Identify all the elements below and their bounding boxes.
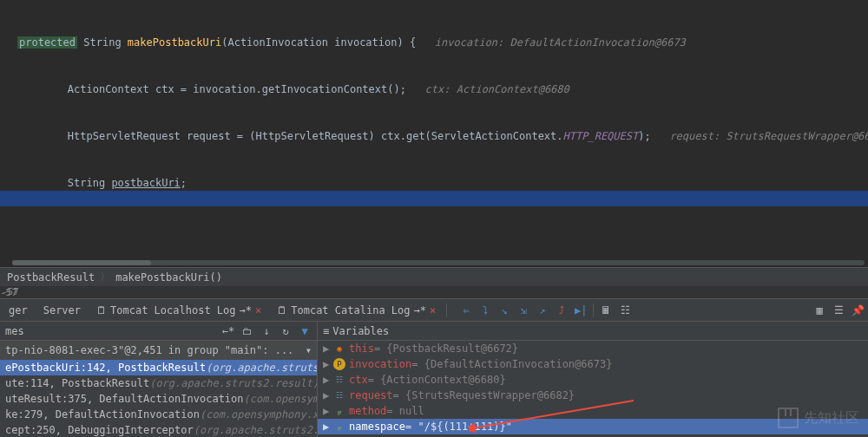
variable-row[interactable]: ▶Pinvocation = {DefaultActionInvocation@… — [318, 356, 868, 372]
settings-icon[interactable]: ☰ — [832, 303, 845, 317]
frames-panel: mes ←* 🗀 ↓ ↻ ▼ tp-nio-8081-exec-3"@2,451… — [0, 322, 318, 437]
pin-icon[interactable]: 📌 — [851, 303, 865, 317]
variables-header: Variables — [332, 325, 389, 337]
tomcat-icon: 🗒 — [277, 304, 287, 316]
step-into-icon[interactable]: ↘ — [497, 303, 511, 317]
frame-lib-icon[interactable]: 🗀 — [240, 324, 254, 338]
breadcrumb-class[interactable]: PostbackResult — [7, 271, 95, 284]
tab-debugger[interactable]: ger — [3, 303, 33, 318]
restore-icon[interactable]: ↻ — [279, 324, 293, 338]
gutter-info: -57 — [0, 286, 868, 298]
code-line: ActionContext ctx = invocation.getInvoca… — [17, 82, 868, 97]
tab-tomcat-localhost[interactable]: 🗒Tomcat Localhost Log →* × — [91, 303, 266, 318]
frames-header: mes — [5, 325, 24, 337]
debug-toolbar: ⇐ ⤵ ↘ ⇲ ↗ ⤴ ▶| 🖩 ☷ — [459, 303, 632, 317]
step-over-icon[interactable]: ⤵ — [478, 303, 492, 317]
step-out-icon[interactable]: ↗ — [536, 303, 549, 317]
code-line: HttpServletRequest request = (HttpServle… — [17, 128, 868, 144]
breadcrumb-method[interactable]: makePostbackUri() — [115, 271, 222, 284]
variables-icon: ≡ — [323, 325, 329, 337]
code-editor[interactable]: protected String makePostbackUri(ActionI… — [0, 0, 868, 267]
filter-icon[interactable]: ▼ — [298, 324, 312, 338]
prev-frame-icon[interactable]: ←* — [221, 324, 235, 338]
stack-frame[interactable]: uteResult:375, DefaultActionInvocation (… — [0, 391, 317, 407]
run-to-cursor-icon[interactable]: ▶| — [574, 303, 588, 317]
stack-frame[interactable]: cept:250, DebuggingInterceptor (org.apac… — [0, 422, 317, 437]
code-line — [17, 222, 868, 238]
stack-frame[interactable]: ePostbackUri:142, PostbackResult (org.ap… — [0, 360, 317, 375]
drop-frame-icon[interactable]: ⤴ — [555, 303, 569, 317]
debugger-tabs: ger Server 🗒Tomcat Localhost Log →* × 🗒T… — [0, 298, 868, 321]
code-line: String postbackUri; — [17, 175, 868, 191]
stack-frame[interactable]: ute:114, PostbackResult (org.apache.stru… — [0, 375, 317, 391]
trace-icon[interactable]: ☷ — [618, 303, 632, 317]
tab-server[interactable]: Server — [38, 303, 86, 318]
variable-row[interactable]: ▶◉this = {PostbackResult@6672} — [318, 341, 868, 356]
show-execution-icon[interactable]: ⇐ — [459, 303, 473, 317]
layout-icon[interactable]: ▦ — [812, 303, 826, 317]
variable-row[interactable]: ▶☷ctx = {ActionContext@6680} — [318, 372, 868, 388]
code-line: protected String makePostbackUri(ActionI… — [17, 35, 868, 50]
watermark: 先知社区 — [778, 408, 859, 428]
variable-row[interactable]: ▶☷request = {StrutsRequestWrapper@6682} — [318, 388, 868, 403]
thread-selector[interactable]: tp-nio-8081-exec-3"@2,451 in group "main… — [0, 341, 317, 360]
force-step-into-icon[interactable]: ⇲ — [516, 303, 530, 317]
horizontal-scrollbar[interactable] — [12, 260, 865, 265]
evaluate-icon[interactable]: 🖩 — [599, 303, 613, 317]
stack-frame[interactable]: ke:279, DefaultActionInvocation (com.ope… — [0, 407, 317, 422]
call-stack[interactable]: ePostbackUri:142, PostbackResult (org.ap… — [0, 360, 317, 437]
next-frame-icon[interactable]: ↓ — [260, 324, 273, 338]
breadcrumb: PostbackResult 〉 makePostbackUri() -57 — [0, 267, 868, 286]
watermark-logo-icon — [778, 408, 799, 428]
tab-tomcat-catalina[interactable]: 🗒Tomcat Catalina Log →* × — [272, 303, 441, 318]
tomcat-icon: 🗒 — [96, 304, 107, 316]
